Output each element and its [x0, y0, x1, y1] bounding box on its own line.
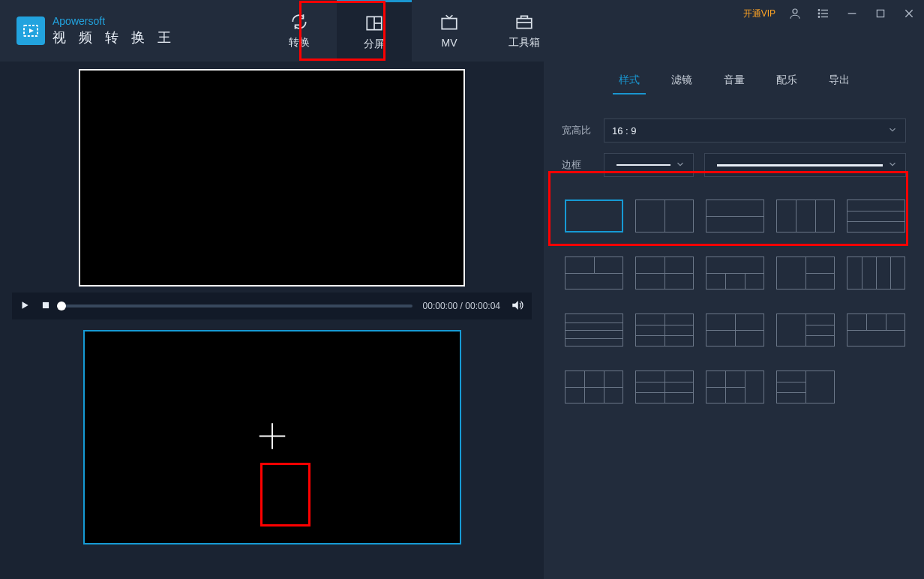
time-display: 00:00:00 / 00:00:04	[423, 301, 500, 311]
right-panel: 样式 滤镜 音量 配乐 导出 宽高比 16 : 9 边框	[544, 62, 924, 579]
nav-convert[interactable]: 转换	[262, 0, 337, 62]
layout-option-7[interactable]	[635, 256, 694, 290]
border-color-preview	[717, 164, 883, 166]
layout-option-4[interactable]	[776, 200, 835, 232]
toolbox-icon	[514, 12, 534, 32]
nav-mv[interactable]: MV	[412, 0, 487, 62]
layout-option-11[interactable]	[565, 314, 623, 346]
svg-marker-19	[22, 302, 28, 308]
vip-link[interactable]: 开通VIP	[743, 8, 776, 20]
layout-option-3[interactable]	[706, 200, 764, 232]
layout-option-1[interactable]	[565, 200, 623, 232]
menu-list-icon[interactable]	[814, 4, 832, 22]
svg-marker-21	[512, 301, 518, 310]
svg-point-12	[818, 10, 820, 11]
aspect-ratio-dropdown[interactable]: 16 : 9	[604, 118, 906, 142]
svg-point-14	[818, 16, 820, 18]
add-media-icon[interactable]	[255, 419, 290, 456]
window-controls: 开通VIP	[743, 4, 918, 22]
nav-toolbox[interactable]: 工具箱	[487, 0, 562, 62]
subtabs: 样式 滤镜 音量 配乐 导出	[544, 68, 924, 94]
layout-grid	[544, 192, 924, 404]
layout-option-13[interactable]	[706, 314, 764, 346]
layout-option-17[interactable]	[635, 370, 694, 404]
layout-option-5[interactable]	[847, 200, 905, 232]
user-icon[interactable]	[786, 4, 804, 22]
subtab-music[interactable]: 配乐	[773, 68, 800, 94]
preview-panel	[79, 69, 465, 286]
chevron-down-icon	[675, 159, 686, 172]
left-panel: 00:00:00 / 00:00:04	[0, 62, 544, 579]
border-width-dropdown[interactable]	[604, 153, 694, 177]
layout-option-18[interactable]	[706, 370, 764, 404]
layout-option-12[interactable]	[635, 314, 694, 346]
svg-rect-5	[442, 19, 457, 29]
layout-option-8[interactable]	[706, 256, 764, 290]
brand-name: Apowersoft	[52, 15, 176, 27]
border-label: 边框	[562, 158, 593, 172]
refresh-icon	[290, 12, 309, 32]
nav-split[interactable]: 分屏	[337, 0, 412, 62]
progress-thumb[interactable]	[57, 302, 66, 310]
svg-point-8	[793, 9, 797, 14]
player-controls: 00:00:00 / 00:00:04	[12, 292, 532, 320]
layout-option-15[interactable]	[847, 314, 905, 346]
layout-option-19[interactable]	[776, 370, 835, 404]
titlebar: Apowersoft 视 频 转 换 王 转换 分屏 MV 工具箱 开通VIP	[0, 0, 924, 62]
split-screen-icon	[364, 14, 384, 33]
layout-option-16[interactable]	[565, 370, 623, 404]
subtab-filter[interactable]: 滤镜	[668, 68, 695, 94]
chevron-down-icon	[887, 124, 898, 137]
aspect-ratio-label: 宽高比	[562, 124, 593, 137]
svg-rect-20	[43, 302, 49, 308]
play-button[interactable]	[20, 300, 30, 313]
main-nav: 转换 分屏 MV 工具箱	[262, 0, 562, 62]
border-width-preview	[616, 164, 670, 166]
minimize-button[interactable]	[843, 4, 861, 22]
media-drop-area[interactable]	[83, 330, 461, 544]
layout-option-9[interactable]	[776, 256, 835, 290]
maximize-button[interactable]	[872, 4, 890, 22]
subtab-style[interactable]: 样式	[616, 68, 643, 94]
volume-icon[interactable]	[511, 298, 524, 314]
app-title: 视 频 转 换 王	[52, 28, 176, 46]
layout-option-10[interactable]	[847, 256, 905, 290]
svg-marker-1	[29, 28, 34, 33]
app-logo-icon	[16, 16, 45, 45]
border-color-dropdown[interactable]	[704, 153, 906, 177]
svg-rect-6	[517, 19, 532, 28]
layout-option-2[interactable]	[635, 200, 694, 232]
close-button[interactable]	[900, 4, 918, 22]
chevron-down-icon	[887, 159, 898, 172]
svg-point-13	[818, 13, 820, 14]
subtab-export[interactable]: 导出	[826, 68, 853, 94]
layout-option-6[interactable]	[565, 256, 623, 290]
subtab-volume[interactable]: 音量	[721, 68, 748, 94]
layout-option-14[interactable]	[776, 314, 835, 346]
svg-rect-16	[877, 10, 884, 16]
stop-button[interactable]	[40, 300, 51, 313]
progress-slider[interactable]	[62, 304, 412, 308]
logo-block: Apowersoft 视 频 转 换 王	[0, 15, 176, 46]
tv-icon	[440, 13, 459, 32]
